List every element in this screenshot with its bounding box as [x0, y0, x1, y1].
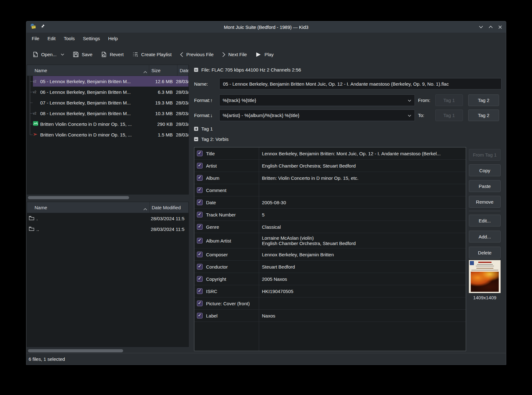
field-value[interactable]: Classical — [259, 221, 466, 233]
field-value[interactable] — [259, 297, 466, 309]
to-tag2-button[interactable]: Tag 2 — [468, 109, 499, 121]
field-label: Picture: Cover (front) — [206, 301, 250, 306]
folder-header-date[interactable]: Date Modified — [149, 205, 188, 210]
file-row[interactable]: v2 05 - Lennox Berkeley, Benjamin Britte… — [27, 76, 188, 87]
field-value[interactable]: Lorraine McAslan (violin) English Chambe… — [259, 233, 466, 248]
from-tag1-copy-button[interactable]: From Tag 1 — [469, 149, 501, 161]
expand-icon[interactable] — [194, 127, 198, 131]
file-row[interactable]: 07 - Lennox Berkeley, Benjamin Britten M… — [27, 97, 188, 108]
file-row[interactable]: Britten Violin Concerto in D minor Op. 1… — [27, 129, 188, 140]
minimize-icon[interactable] — [479, 25, 483, 29]
format-to-filename-value: %{artist} - %{album}/%{track} %{title} — [223, 113, 408, 118]
field-checkbox[interactable] — [197, 276, 203, 282]
file-header-name[interactable]: Name — [27, 68, 148, 73]
image-file-icon — [33, 121, 38, 127]
file-section-title: File: FLAC 705 kbps 44100 Hz 2 Channels … — [201, 67, 301, 72]
field-value[interactable]: Naxos — [259, 310, 466, 322]
table-row: Track Number 5 — [194, 209, 466, 221]
to-tag1-button[interactable]: Tag 1 — [435, 109, 463, 121]
add-button[interactable]: Add... — [469, 231, 501, 243]
field-value[interactable]: Steuart Bedford — [259, 261, 466, 273]
collapse-icon[interactable] — [194, 137, 198, 141]
file-row[interactable]: v2 06 - Lennox Berkeley, Benjamin Britte… — [27, 87, 188, 97]
file-name: Britten Violin Concerto in D minor Op. 1… — [40, 121, 146, 127]
field-checkbox[interactable] — [197, 175, 203, 181]
field-checkbox[interactable] — [197, 151, 203, 156]
from-tag2-button[interactable]: Tag 2 — [468, 94, 499, 106]
field-checkbox[interactable] — [197, 163, 203, 168]
filename-input[interactable] — [219, 78, 502, 89]
menu-help[interactable]: Help — [104, 33, 122, 44]
file-row[interactable]: v2 08 - Lennox Berkeley, Benjamin Britte… — [27, 108, 188, 119]
format-up-label: Format:↑ — [194, 94, 213, 106]
collapse-icon[interactable] — [194, 68, 198, 72]
scrollbar-thumb[interactable] — [28, 196, 129, 199]
menu-file[interactable]: File — [28, 33, 43, 44]
edit-button[interactable]: Edit... — [469, 215, 501, 227]
field-checkbox[interactable] — [197, 224, 203, 230]
file-header-size[interactable]: Size — [148, 68, 176, 73]
menu-edit[interactable]: Edit — [43, 33, 60, 44]
open-button[interactable]: Open... — [32, 51, 64, 57]
field-checkbox[interactable] — [197, 187, 203, 193]
copy-button[interactable]: Copy — [469, 164, 501, 176]
folder-row[interactable]: . 28/03/2024 11:5 — [27, 213, 188, 224]
menu-settings[interactable]: Settings — [79, 33, 104, 44]
file-section-header: File: FLAC 705 kbps 44100 Hz 2 Channels … — [194, 67, 301, 72]
field-label: Track Number — [206, 212, 236, 217]
field-checkbox[interactable] — [197, 212, 203, 217]
revert-label: Revert — [110, 52, 123, 57]
field-checkbox[interactable] — [197, 313, 203, 318]
folder-row[interactable]: .. 28/03/2024 11:5 — [27, 224, 188, 234]
pin-icon[interactable] — [40, 24, 45, 30]
field-value[interactable]: HKI190470505 — [259, 285, 466, 297]
file-list-panel: Name Size Date Modified v2 05 - Lennox B… — [27, 65, 189, 195]
delete-button[interactable]: Delete — [469, 247, 501, 259]
table-row: Conductor Steuart Bedford — [194, 261, 466, 273]
open-label: Open... — [41, 52, 57, 57]
file-date: 28/03/2024 11:5 — [175, 89, 188, 95]
format-from-filename-combobox[interactable]: %{track} %{title} — [219, 94, 415, 106]
remove-button[interactable]: Remove — [469, 196, 501, 208]
field-value[interactable]: 2005 Naxos — [259, 273, 466, 285]
field-value[interactable] — [259, 184, 466, 196]
tag1-section-header: Tag 1 — [194, 126, 213, 131]
field-checkbox[interactable] — [197, 264, 203, 270]
field-value[interactable]: 2005-08-30 — [259, 196, 466, 208]
next-file-button[interactable]: Next File — [222, 52, 247, 57]
open-dropdown-icon[interactable] — [61, 53, 64, 56]
field-value[interactable]: English Chamber Orchestra; Steuart Bedfo… — [259, 160, 466, 172]
field-checkbox[interactable] — [197, 301, 203, 306]
field-checkbox[interactable] — [197, 238, 203, 243]
create-playlist-button[interactable]: Create Playlist — [132, 51, 172, 57]
field-checkbox[interactable] — [197, 200, 203, 205]
save-button[interactable]: Save — [73, 51, 92, 57]
field-value[interactable]: Lennox Berkeley, Benjamin Britten: Mont … — [259, 147, 466, 159]
id3v2-badge: v2 — [33, 90, 36, 94]
revert-button[interactable]: Revert — [101, 51, 123, 57]
field-value[interactable]: Lennox Berkeley, Benjamin Britten — [259, 248, 466, 260]
file-name: 08 - Lennox Berkeley, Benjamin Britten M… — [40, 111, 146, 116]
close-icon[interactable] — [498, 25, 502, 29]
scrollbar-thumb[interactable] — [28, 349, 123, 352]
window-title: Mont Juic Suite (Bedford - 1989) — Kid3 — [26, 24, 506, 30]
file-date: 28/03/2024 11:5 — [175, 100, 188, 105]
maximize-icon[interactable] — [488, 25, 493, 29]
field-checkbox[interactable] — [197, 252, 203, 257]
folder-header-name[interactable]: Name — [27, 205, 149, 210]
field-checkbox[interactable] — [197, 288, 203, 294]
field-value[interactable]: 5 — [259, 209, 466, 221]
from-tag1-button[interactable]: Tag 1 — [435, 94, 463, 106]
menu-tools[interactable]: Tools — [60, 33, 79, 44]
field-value[interactable]: Britten: Violin Concerto in D minor Op. … — [259, 172, 466, 184]
play-button[interactable]: Play — [255, 52, 274, 57]
file-row[interactable]: Britten Violin Concerto in D minor Op. 1… — [27, 119, 188, 129]
format-to-filename-combobox[interactable]: %{artist} - %{album}/%{track} %{title} — [219, 109, 415, 121]
id3v2-badge: v2 — [33, 80, 36, 83]
previous-file-button[interactable]: Previous File — [180, 52, 214, 57]
field-label: Album — [206, 175, 220, 181]
file-header-date[interactable]: Date Modified — [176, 68, 188, 73]
paste-button[interactable]: Paste — [469, 180, 501, 192]
table-row: Date 2005-08-30 — [194, 196, 466, 209]
create-playlist-icon — [132, 51, 138, 57]
